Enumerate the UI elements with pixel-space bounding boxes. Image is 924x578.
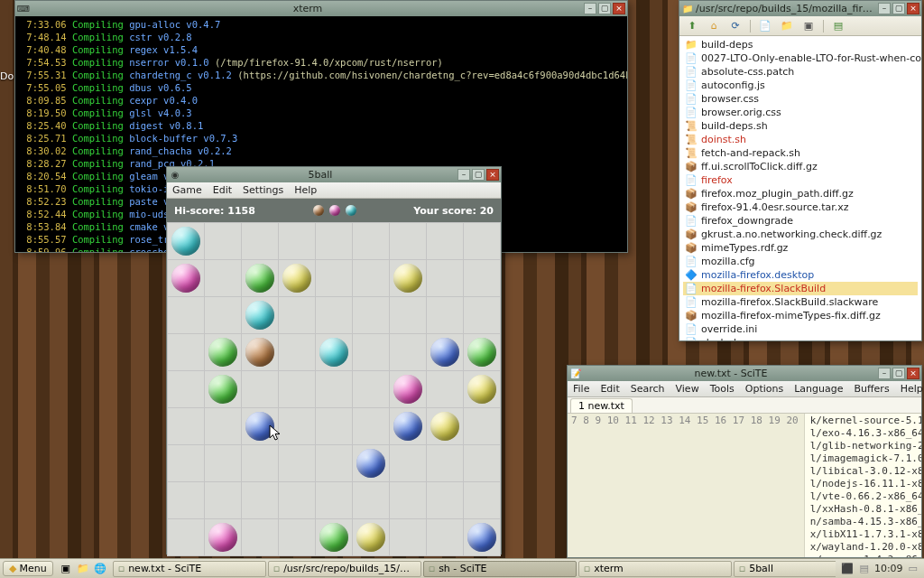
terminal-icon[interactable]: ▣ <box>801 19 816 33</box>
file-row[interactable]: 📜doinst.sh <box>683 133 918 146</box>
file-row[interactable]: 📦gkrust.a.no.networking.check.diff.gz <box>683 228 918 241</box>
board-cell[interactable] <box>279 519 315 555</box>
ball-cyan[interactable] <box>171 227 200 256</box>
file-row[interactable]: 🔷mozilla-firefox.desktop <box>683 268 918 282</box>
board-cell[interactable] <box>242 371 278 407</box>
board-cell[interactable] <box>279 297 315 333</box>
board-cell[interactable] <box>316 519 352 555</box>
board-cell[interactable] <box>242 223 278 259</box>
board-cell[interactable] <box>279 223 315 259</box>
maximize-button[interactable]: ▢ <box>472 169 485 181</box>
board-cell[interactable] <box>205 445 241 481</box>
file-row[interactable]: 📄autoconfig.js <box>683 79 918 92</box>
board-cell[interactable] <box>353 445 389 481</box>
ball-yel[interactable] <box>393 264 422 293</box>
board-cell[interactable] <box>390 445 426 481</box>
ball-yel[interactable] <box>282 264 311 293</box>
board-cell[interactable] <box>390 223 426 259</box>
board-cell[interactable] <box>464 297 500 333</box>
board-cell[interactable] <box>427 297 463 333</box>
nav-up-icon[interactable]: ⬆ <box>685 19 699 33</box>
menu-edit[interactable]: Edit <box>600 383 619 395</box>
board-cell[interactable] <box>205 519 241 555</box>
ball-blue[interactable] <box>467 523 496 552</box>
system-tray[interactable]: ⬛ ▤ 10:09 ▭ <box>837 563 921 574</box>
minimize-button[interactable]: – <box>584 3 596 14</box>
board-cell[interactable] <box>242 519 278 555</box>
file-row[interactable]: 📦mimeTypes.rdf.gz <box>683 241 918 255</box>
scite-window[interactable]: 📝 new.txt - SciTE – ▢ × FileEditSearchVi… <box>567 365 922 558</box>
board-cell[interactable] <box>390 334 426 370</box>
file-row[interactable]: 📦mozilla-firefox-mimeTypes-fix.diff.gz <box>683 309 918 322</box>
browser-icon[interactable]: 🌐 <box>93 562 107 576</box>
board-cell[interactable] <box>464 408 500 444</box>
board-cell[interactable] <box>168 223 204 259</box>
board-cell[interactable] <box>168 334 204 370</box>
xterm-titlebar[interactable]: ⌨ xterm – ▢ × <box>15 1 627 16</box>
ball-green[interactable] <box>319 523 348 552</box>
ball-green[interactable] <box>467 338 496 367</box>
board-cell[interactable] <box>205 223 241 259</box>
code-area[interactable]: k/kernel-source-5.15.7-noarch-1.txz l/ex… <box>805 414 921 557</box>
menu-language[interactable]: Language <box>794 383 843 395</box>
close-button[interactable]: × <box>907 3 919 14</box>
board-cell[interactable] <box>205 371 241 407</box>
board-cell[interactable] <box>353 334 389 370</box>
board-cell[interactable] <box>168 408 204 444</box>
board-cell[interactable] <box>316 371 352 407</box>
home-icon[interactable]: ⌂ <box>707 19 721 33</box>
new-file-icon[interactable]: 📄 <box>758 19 772 33</box>
board-cell[interactable] <box>279 482 315 518</box>
show-desktop-icon[interactable]: ▭ <box>909 563 918 574</box>
close-button[interactable]: × <box>907 368 919 379</box>
board-cell[interactable] <box>279 408 315 444</box>
board-cell[interactable] <box>353 482 389 518</box>
menu-help[interactable]: Help <box>901 383 923 395</box>
menu-game[interactable]: Game <box>172 184 202 196</box>
board-cell[interactable] <box>464 260 500 296</box>
tray-icon[interactable]: ▤ <box>859 563 868 574</box>
board-cell[interactable] <box>427 445 463 481</box>
ball-green[interactable] <box>208 338 237 367</box>
board-cell[interactable] <box>353 408 389 444</box>
file-row[interactable]: 📄override.ini <box>683 322 918 336</box>
board-cell[interactable] <box>427 482 463 518</box>
board-cell[interactable] <box>168 371 204 407</box>
fiveball-titlebar[interactable]: ◉ 5ball – ▢ × <box>167 167 501 182</box>
filemanager-icon[interactable]: 📁 <box>76 562 90 576</box>
scite-menubar[interactable]: FileEditSearchViewToolsOptionsLanguageBu… <box>568 381 921 397</box>
file-row[interactable]: 📄absolute-css.patch <box>683 65 918 79</box>
board-cell[interactable] <box>353 371 389 407</box>
ball-mag[interactable] <box>171 264 200 293</box>
board-cell[interactable] <box>464 371 500 407</box>
board-cell[interactable] <box>316 445 352 481</box>
menu-edit[interactable]: Edit <box>213 184 232 196</box>
file-row[interactable]: 📄browser.orig.css <box>683 106 918 119</box>
ball-mag[interactable] <box>208 523 237 552</box>
file-row[interactable]: 📄browser.css <box>683 92 918 106</box>
menu-help[interactable]: Help <box>294 184 317 196</box>
board-cell[interactable] <box>279 371 315 407</box>
board-cell[interactable] <box>390 260 426 296</box>
board-cell[interactable] <box>242 408 278 444</box>
maximize-button[interactable]: ▢ <box>892 3 905 14</box>
board-cell[interactable] <box>242 297 278 333</box>
file-row[interactable]: 📜fetch-and-repack.sh <box>683 146 918 160</box>
filemanager-window[interactable]: 📁 /usr/src/repo/builds_15/mozilla_firef.… <box>679 0 922 341</box>
file-list[interactable]: 📁build-deps📄0027-LTO-Only-enable-LTO-for… <box>679 36 921 340</box>
board-cell[interactable] <box>168 445 204 481</box>
terminal-icon[interactable]: ▣ <box>59 562 73 576</box>
board-cell[interactable] <box>464 519 500 555</box>
board-cell[interactable] <box>353 260 389 296</box>
minimize-button[interactable]: – <box>457 169 470 181</box>
taskbar-task[interactable]: ▫/usr/src/repo/builds_15/mozilla_firefo.… <box>268 561 421 577</box>
board-cell[interactable] <box>168 519 204 555</box>
board-cell[interactable] <box>205 482 241 518</box>
board-cell[interactable] <box>168 482 204 518</box>
board-cell[interactable] <box>390 371 426 407</box>
board-cell[interactable] <box>316 297 352 333</box>
file-row[interactable]: 📦firefox.moz_plugin_path.diff.gz <box>683 187 918 200</box>
board-cell[interactable] <box>427 260 463 296</box>
scite-tabs[interactable]: 1 new.txt <box>568 397 921 414</box>
ball-cyan[interactable] <box>319 338 348 367</box>
